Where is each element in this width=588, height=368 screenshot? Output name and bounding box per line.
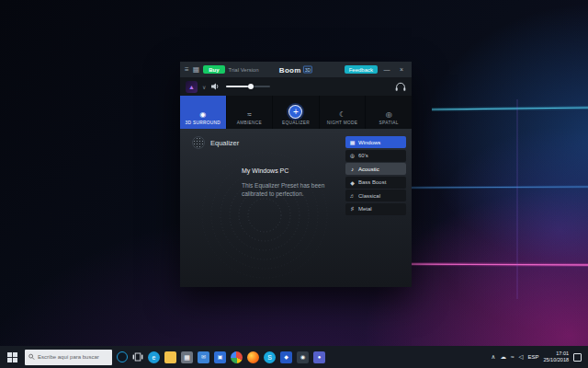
tab-ambience[interactable]: ≈ AMBIENCE (227, 96, 274, 129)
action-center-icon[interactable] (573, 353, 582, 362)
tray-chevron-up-icon[interactable]: ∧ (492, 354, 496, 361)
clock-date: 25/10/2018 (543, 357, 569, 363)
preset-bass-boost[interactable]: ◆ Bass Boost (345, 177, 406, 189)
taskbar: e ▦ ✉ ▣ S ◆ ◉ ● ∧ ☁ ≈ ◁ ESP 17:01 25/10/… (0, 346, 588, 368)
spatial-icon: ◎ (386, 111, 392, 119)
equalizer-panel: Equalizer My Windows PC This Equalizer P… (180, 129, 412, 287)
equalizer-plus-icon[interactable]: + (288, 105, 302, 119)
preset-label: Acoustic (358, 167, 379, 172)
close-button[interactable]: × (396, 66, 407, 73)
feature-tabs: ◉ 3D SURROUND ≈ AMBIENCE + EQUALIZER ☾ N… (180, 96, 412, 129)
tab-3d-surround[interactable]: ◉ 3D SURROUND (180, 96, 227, 129)
description-line: calibrated to perfection. (242, 190, 352, 198)
preset-name: My Windows PC (242, 167, 288, 174)
moon-icon: ☾ (339, 111, 345, 119)
speaker-icon[interactable] (210, 82, 220, 91)
start-button[interactable] (4, 346, 20, 368)
bass-icon: ◆ (349, 179, 356, 186)
brand-3d-badge: 3D (303, 66, 312, 74)
headphones-icon[interactable] (395, 82, 406, 92)
tab-label: SPATIAL (379, 121, 399, 125)
brand-name: Boom (279, 65, 301, 74)
boom-logo-icon[interactable]: ▲ (186, 81, 198, 93)
surround-icon: ◉ (199, 111, 206, 119)
search-input[interactable] (38, 354, 108, 360)
language-indicator[interactable]: ESP (527, 354, 538, 360)
tray-cloud-icon[interactable]: ☁ (500, 354, 506, 361)
volume-slider-knob[interactable] (248, 84, 254, 89)
preset-label: Metal (358, 206, 372, 212)
taskbar-app-blue-icon[interactable]: ◆ (280, 351, 292, 363)
app-title: Boom 3D (279, 65, 312, 74)
preset-classical[interactable]: ♬ Classical (345, 190, 406, 201)
taskbar-app-mail-icon[interactable]: ✉ (198, 351, 209, 363)
equalizer-panel-title: Equalizer (210, 139, 239, 147)
dotted-rings-graphic (186, 140, 351, 285)
taskbar-app-edge-icon[interactable]: e (148, 351, 160, 363)
description-line: This Equalizer Preset has been (242, 181, 352, 190)
taskbar-app-firefox-icon[interactable] (247, 351, 259, 363)
preset-metal[interactable]: ♯ Metal (345, 203, 406, 215)
preset-list: ▦ Windows ☮ 60's ♪ Acoustic ◆ Bass Boost… (345, 136, 406, 215)
equalizer-badge-icon[interactable] (192, 136, 205, 149)
taskbar-search[interactable] (25, 350, 112, 365)
tab-label: NIGHT MODE (327, 121, 358, 125)
taskbar-app-violet-icon[interactable]: ● (313, 351, 325, 363)
peace-icon: ☮ (349, 153, 356, 159)
titlebar[interactable]: ≡ ▦ Buy Trial Version Boom 3D Feedback —… (180, 62, 412, 77)
system-tray: ∧ ☁ ≈ ◁ ESP 17:01 25/10/2018 (492, 351, 584, 363)
taskbar-clock[interactable]: 17:01 25/10/2018 (543, 351, 569, 363)
notes-icon: ♬ (349, 193, 356, 199)
preset-label: 60's (358, 153, 368, 158)
tab-label: EQUALIZER (282, 121, 310, 125)
trial-version-label: Trial Version (229, 67, 259, 73)
buy-button[interactable]: Buy (203, 65, 224, 74)
tray-volume-icon[interactable]: ◁ (518, 354, 523, 361)
note-icon: ♪ (349, 167, 356, 172)
taskbar-app-skype-icon[interactable]: S (264, 351, 276, 363)
feedback-button[interactable]: Feedback (345, 65, 378, 74)
taskbar-app-dark-icon[interactable]: ◉ (297, 351, 309, 363)
tab-night-mode[interactable]: ☾ NIGHT MODE (320, 96, 367, 129)
ambience-icon: ≈ (247, 111, 251, 119)
taskbar-app-file-explorer-icon[interactable] (164, 351, 176, 363)
hamburger-menu-icon[interactable]: ≡ (185, 66, 189, 74)
tab-label: 3D SURROUND (186, 121, 220, 125)
taskbar-app-chrome-icon[interactable] (231, 351, 243, 363)
clock-time: 17:01 (543, 351, 569, 357)
tab-label: AMBIENCE (237, 121, 262, 125)
task-view-icon[interactable] (132, 352, 143, 362)
windows-start-icon (7, 352, 17, 362)
taskbar-app-store-icon[interactable]: ▦ (181, 351, 193, 363)
preset-description: This Equalizer Preset has been calibrate… (242, 181, 352, 198)
taskbar-app-photos-icon[interactable]: ▣ (214, 351, 226, 363)
preset-windows[interactable]: ▦ Windows (345, 136, 406, 148)
tab-equalizer[interactable]: + EQUALIZER (273, 96, 320, 129)
search-icon (28, 353, 35, 361)
tab-spatial[interactable]: ◎ SPATIAL (366, 96, 412, 129)
tray-network-icon[interactable]: ≈ (511, 354, 514, 361)
minimize-button[interactable]: — (381, 66, 392, 73)
sharp-icon: ♯ (349, 206, 356, 212)
volume-row: ▲ ∨ (180, 77, 412, 96)
chevron-down-icon[interactable]: ∨ (202, 84, 206, 90)
apps-grid-icon[interactable]: ▦ (193, 66, 200, 74)
preset-60s[interactable]: ☮ 60's (345, 150, 406, 162)
preset-acoustic[interactable]: ♪ Acoustic (345, 163, 406, 175)
preset-label: Bass Boost (358, 179, 386, 185)
boom3d-window: ≡ ▦ Buy Trial Version Boom 3D Feedback —… (180, 62, 412, 287)
preset-label: Windows (358, 140, 380, 145)
cortana-icon[interactable] (117, 351, 128, 362)
volume-slider[interactable] (226, 82, 270, 91)
windows-preset-icon: ▦ (349, 139, 356, 145)
preset-label: Classical (358, 193, 380, 199)
